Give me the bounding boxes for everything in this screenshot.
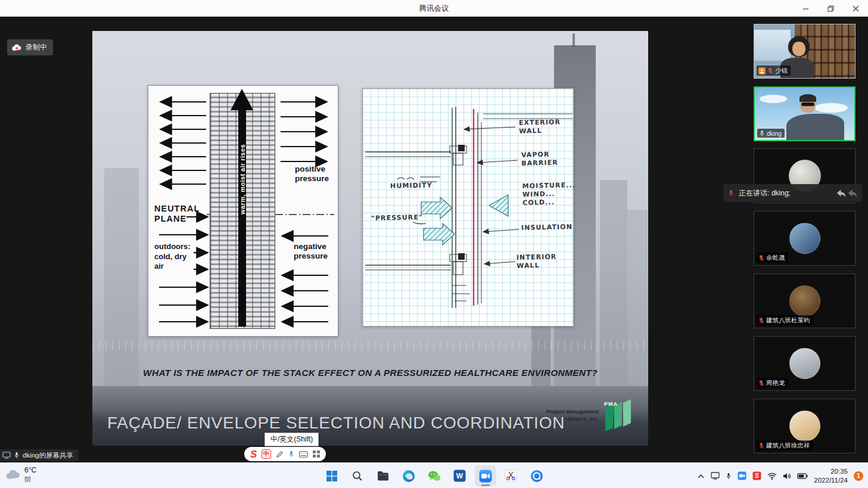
mic-muted-icon xyxy=(758,380,764,387)
participant-name: 余乾晟 xyxy=(766,254,785,262)
avatar xyxy=(789,411,820,442)
reply-arrow-icon[interactable] xyxy=(836,189,846,198)
browser-button[interactable] xyxy=(526,465,547,486)
anchor-block-top xyxy=(458,145,465,151)
wifi-icon[interactable] xyxy=(767,473,777,480)
participant-tile[interactable]: dking xyxy=(754,86,855,141)
start-button[interactable] xyxy=(321,465,343,486)
exterior-line2: WALL xyxy=(519,126,561,135)
toolbox-grid-icon[interactable] xyxy=(313,450,320,458)
cast-icon[interactable] xyxy=(711,472,720,480)
participant-silhouette xyxy=(786,114,844,140)
pen-icon[interactable] xyxy=(276,450,284,458)
speaking-toast: 正在讲话: dking; xyxy=(723,184,862,202)
pressure-label: "PRESSURE" xyxy=(371,213,423,223)
sogou-logo[interactable]: S xyxy=(250,449,257,459)
pma-captions: Project Management Advisors, Inc. xyxy=(546,408,599,422)
edge-browser-button[interactable] xyxy=(398,465,419,486)
mic-muted-icon xyxy=(758,254,764,262)
sogou-ime-bar: S 中 xyxy=(244,447,326,461)
taskbar-weather-widget[interactable]: 6°C 阴 xyxy=(6,466,36,483)
file-explorer-button[interactable] xyxy=(372,465,394,486)
word-button[interactable]: W xyxy=(449,465,471,486)
windows-start-icon xyxy=(326,470,338,482)
notification-count-badge[interactable]: 1 xyxy=(854,471,863,481)
wechat-button[interactable] xyxy=(424,465,445,486)
reply-arrow-icon[interactable] xyxy=(847,189,857,198)
negative-line1: negative xyxy=(294,242,328,251)
skyline-building xyxy=(104,168,139,386)
participant-tile[interactable]: 余乾晟 xyxy=(754,211,855,266)
tray-mic-icon[interactable] xyxy=(726,473,732,480)
moisture-label: MOISTURE... WIND... COLD... xyxy=(522,181,576,207)
mic-icon xyxy=(14,452,20,459)
insulation-label: INSULATION xyxy=(521,223,573,232)
neutral-line2: PLANE xyxy=(154,214,200,224)
cold-line: COLD... xyxy=(522,198,576,207)
taskbar: 6°C 阴 xyxy=(0,462,868,488)
exterior-wall-label: EXTERIOR WALL xyxy=(519,118,561,135)
outdoors-line3: air xyxy=(154,262,191,272)
neutral-plane-label: NEUTRAL PLANE xyxy=(154,204,200,224)
participant-tile[interactable]: 少锐 xyxy=(754,24,855,79)
chevron-up-icon[interactable] xyxy=(697,473,705,479)
voice-input-icon[interactable] xyxy=(288,450,294,458)
interior-wall-label: INTERIOR WALL xyxy=(517,253,557,270)
participant-tile[interactable]: 建筑八班杜莱钧 xyxy=(754,273,855,328)
close-button[interactable] xyxy=(843,0,868,17)
participant-name-badge: 周艳龙 xyxy=(757,378,788,388)
taskbar-clock[interactable]: 20:35 2022/11/24 xyxy=(814,467,848,485)
mic-muted-icon xyxy=(767,67,773,74)
folder-icon xyxy=(377,471,389,481)
speaking-toast-text: 正在讲话: dking; xyxy=(739,188,831,198)
edge-icon xyxy=(402,470,415,483)
screen-share-icon xyxy=(2,452,11,459)
participant-name-badge: 余乾晟 xyxy=(757,253,788,263)
slide-footer-title: FAÇADE/ ENVELOPE SELECTION AND COORDINAT… xyxy=(107,414,565,433)
participant-name: 建筑八班徐忠祥 xyxy=(766,442,810,450)
keyboard-icon[interactable] xyxy=(299,451,308,458)
skyline-building xyxy=(600,180,627,386)
cloud-weather-icon xyxy=(6,470,20,480)
word-icon: W xyxy=(453,470,466,482)
mic-muted-icon xyxy=(758,442,764,449)
battery-icon[interactable] xyxy=(797,473,808,479)
pma-caption1: Project Management xyxy=(546,408,599,415)
restore-button[interactable] xyxy=(818,0,843,17)
slide-footer-band: FAÇADE/ ENVELOPE SELECTION AND COORDINAT… xyxy=(92,386,648,446)
search-icon xyxy=(352,471,363,481)
snipping-tool-button[interactable] xyxy=(500,465,522,486)
pma-caption2: Advisors, Inc. xyxy=(546,415,599,422)
participant-name-badge: dking xyxy=(757,129,785,138)
meeting-app-window: 腾讯会议 xyxy=(0,0,868,488)
weather-temperature: 6°C xyxy=(24,466,36,475)
skyline-antenna xyxy=(573,33,575,46)
ime-language-toggle[interactable]: 中 xyxy=(262,449,271,459)
pma-letters: PMA xyxy=(604,401,618,407)
tencent-meeting-button[interactable] xyxy=(475,465,496,486)
sogou-tray-icon[interactable]: S xyxy=(752,471,761,480)
outdoors-label: outdoors: cold, dry air xyxy=(154,242,191,272)
minimize-button[interactable] xyxy=(793,0,818,17)
cloud-graphic xyxy=(814,103,848,113)
system-tray: S 20:35 2022/11/24 1 xyxy=(697,463,863,488)
vapor-barrier-label: VAPOR BARRIER xyxy=(521,150,558,167)
positive-line1: positive xyxy=(295,164,329,174)
meeting-tray-icon[interactable] xyxy=(738,471,746,480)
cloud-graphic xyxy=(760,95,787,103)
participant-tile[interactable]: 建筑八班徐忠祥 xyxy=(754,399,855,453)
volume-icon[interactable] xyxy=(783,473,791,480)
restore-icon xyxy=(827,5,834,12)
negative-pressure-label: negative pressure xyxy=(294,242,328,261)
participant-tile[interactable]: 周艳龙 xyxy=(754,336,855,391)
participant-name-badge: 建筑八班徐忠祥 xyxy=(757,440,813,450)
anchor-block-bottom xyxy=(458,253,465,260)
humidity-label: HUMIDITY xyxy=(390,181,433,190)
recording-badge[interactable]: 录制中 xyxy=(7,39,53,55)
screen-share-label: dking的屏幕共享 xyxy=(23,451,73,460)
avatar xyxy=(789,285,820,316)
taskbar-search-button[interactable] xyxy=(347,465,368,486)
neutral-line1: NEUTRAL xyxy=(154,204,200,214)
vapor-line1: VAPOR xyxy=(521,150,558,159)
screen-share-slide: warm, moist air rises positive pressure … xyxy=(92,31,648,446)
